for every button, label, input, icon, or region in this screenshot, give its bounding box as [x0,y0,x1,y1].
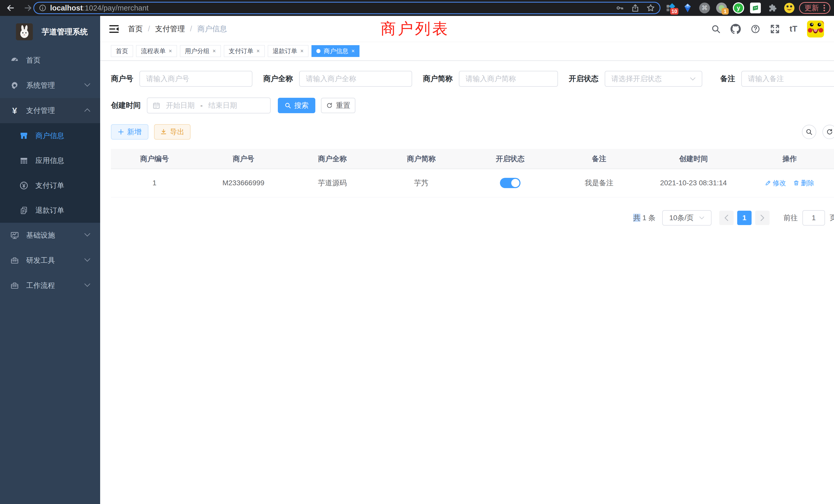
remark-label: 备注 [720,74,735,84]
page-size-select[interactable]: 10条/页 [662,210,711,226]
browser-forward-icon[interactable] [23,3,33,13]
full-name-label: 商户全称 [263,74,293,84]
col-remark: 备注 [554,149,644,169]
browser-back-icon[interactable] [6,3,16,13]
font-size-icon[interactable]: tT [790,24,797,33]
tag-merchant-info[interactable]: 商户信息× [311,45,359,57]
col-merchant-id: 商户编号 [111,149,198,169]
refresh-table-button[interactable] [822,125,834,139]
chevron-down-icon [84,258,90,263]
extensions-puzzle-icon[interactable] [767,2,778,14]
status-select[interactable]: 请选择开启状态 [605,71,702,87]
add-button[interactable]: 新增 [111,124,148,140]
col-actions: 操作 [742,149,834,169]
download-icon [160,129,167,135]
sidebar-item-dev-tools[interactable]: 研发工具 [0,248,100,273]
trash-icon [793,180,799,186]
address-bar[interactable]: localhost:1024/pay/merchant [34,2,660,14]
profile-emoji-icon[interactable] [784,2,795,14]
col-create-time: 创建时间 [644,149,743,169]
goto-page-input[interactable] [803,210,825,226]
extension-yuque-icon[interactable]: y [733,2,744,14]
page-number-1[interactable]: 1 [737,211,751,225]
extension-recorder-icon[interactable]: 1 [716,2,727,14]
remark-input[interactable] [741,71,834,87]
sidebar-item-app-info[interactable]: 应用信息 [0,148,100,173]
close-icon[interactable]: × [257,48,260,54]
extension-gem-icon[interactable] [682,2,693,14]
close-icon[interactable]: × [301,48,304,54]
calendar-icon [153,101,160,109]
yen-icon: ¥ [10,106,19,116]
edit-link[interactable]: 修改 [765,179,786,188]
yen-circle-icon [20,181,28,190]
status-toggle[interactable] [500,178,521,188]
tag-refund-order[interactable]: 退款订单× [268,45,309,57]
sidebar-item-infrastructure[interactable]: 基础设施 [0,223,100,248]
status-label: 开启状态 [569,74,598,84]
goto-label: 前往 [784,213,798,223]
col-short-name: 商户简称 [376,149,466,169]
app-logo[interactable]: 芋道管理系统 [0,16,100,48]
url-text: localhost:1024/pay/merchant [50,4,149,12]
logo-rabbit-image [16,23,33,40]
sidebar-item-refund-order[interactable]: 退款订单 [0,198,100,223]
sidebar-item-payment[interactable]: ¥ 支付管理 [0,98,100,123]
tag-pay-order[interactable]: 支付订单× [224,45,265,57]
tag-home[interactable]: 首页 [111,45,133,57]
breadcrumb: 首页 / 支付管理 / 商户信息 [128,24,227,34]
delete-link[interactable]: 删除 [793,179,814,188]
page-unit-label: 页 [830,213,834,223]
extension-chat-icon[interactable] [750,2,761,14]
refresh-icon [826,128,833,136]
export-button[interactable]: 导出 [154,124,191,140]
header-search-icon[interactable] [711,24,721,34]
sidebar-item-home[interactable]: 首页 [0,48,100,73]
sidebar-item-pay-order[interactable]: 支付订单 [0,173,100,198]
browser-menu-icon[interactable] [824,5,825,11]
plus-icon [118,129,124,135]
refresh-icon [326,102,333,109]
tag-process-form[interactable]: 流程表单× [136,45,177,57]
col-full-name: 商户全称 [289,149,376,169]
bookmark-star-icon[interactable] [646,4,655,12]
user-avatar[interactable] [807,21,824,38]
sidebar-item-merchant-info[interactable]: 商户信息 [0,123,100,148]
breadcrumb-home[interactable]: 首页 [128,24,143,34]
full-name-input[interactable] [299,71,412,87]
short-name-input[interactable] [459,71,558,87]
github-icon[interactable] [730,24,741,34]
prev-page-button[interactable] [719,211,733,225]
cell-merchant-no: M233666999 [198,169,289,197]
fullscreen-icon[interactable] [770,24,780,34]
create-time-range-picker[interactable]: 开始日期 - 结束日期 [147,97,271,113]
chevron-down-icon [84,283,90,288]
cell-create-time: 2021-10-23 08:31:14 [644,169,743,197]
next-page-button[interactable] [755,211,770,225]
help-icon[interactable] [750,24,760,34]
search-button[interactable]: 搜索 [278,98,315,113]
extension-tag-manager-icon[interactable]: 10 [665,2,676,14]
sidebar-item-workflow[interactable]: 工作流程 [0,273,100,298]
site-info-icon[interactable] [39,4,46,12]
toolbox-icon [10,256,19,265]
end-date-placeholder: 结束日期 [208,100,237,110]
toggle-search-button[interactable] [802,125,816,139]
share-icon[interactable] [631,4,640,12]
close-icon[interactable]: × [213,48,216,54]
monitor-icon [10,231,19,240]
merchant-table: 商户编号 商户号 商户全称 商户简称 开启状态 备注 创建时间 操作 1 M23… [111,149,834,197]
merchant-no-input[interactable] [139,71,253,87]
close-icon[interactable]: × [351,48,355,54]
browser-update-button[interactable]: 更新 [799,2,830,14]
reset-button[interactable]: 重置 [321,98,355,113]
password-key-icon[interactable] [615,4,624,12]
search-icon [806,128,813,136]
sidebar-item-system[interactable]: 系统管理 [0,73,100,98]
breadcrumb-payment[interactable]: 支付管理 [155,24,185,34]
close-icon[interactable]: × [169,48,172,54]
sidebar-collapse-icon[interactable] [109,24,119,33]
tag-user-group[interactable]: 用户分组× [180,45,221,57]
app-title: 芋道管理系统 [42,27,88,37]
extension-command-icon[interactable]: ⌘ [699,2,710,14]
